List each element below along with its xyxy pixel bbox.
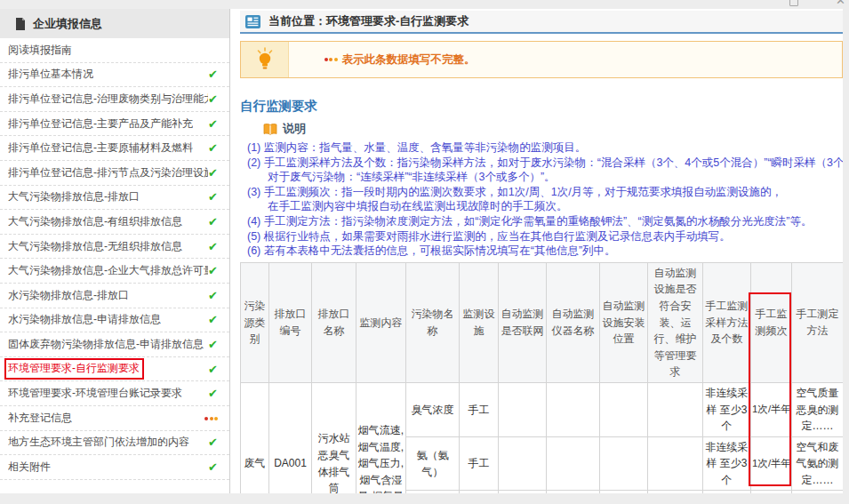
instruction-line: (4) 手工测定方法：指污染物浓度测定方法，如“测定化学需氧量的重铬酸钾法”、“… [240, 214, 843, 229]
instructions-label: 说明 [263, 121, 843, 137]
sidebar-item[interactable]: 排污单位登记信息-主要产品及产能补充✔ [0, 112, 229, 137]
cell-outlet-code: DA001 [269, 382, 312, 493]
cell-location [600, 382, 648, 436]
column-header: 污染源类别 [241, 262, 269, 382]
section-title: 自行监测要求 [240, 98, 843, 115]
cell-sampling: 非连续采样 至少3个 [703, 491, 751, 493]
instruction-line: (2) 手工监测采样方法及个数：指污染物采样方法，如对于废水污染物：“混合采样（… [240, 156, 843, 171]
cell-pollutant: 硫化氢 [406, 491, 460, 493]
sidebar-item-label: 环境管理要求-环境管理台账记录要求 [8, 386, 182, 401]
instruction-line: 在手工监测内容中填报自动在线监测出现故障时的手工频次。 [240, 199, 843, 214]
lightbulb-icon [241, 42, 289, 77]
sidebar-item-label: 排污单位登记信息-排污节点及污染治理设施 [8, 165, 208, 180]
incomplete-dots-icon [323, 52, 338, 65]
check-icon: ✔ [208, 363, 218, 376]
sidebar-item[interactable]: 排污单位登记信息-治理废物类别与治理能力✔ [0, 87, 229, 112]
app-screen: ✕ 企业填报信息 阅读填报指南排污单位基本情况✔排污单位登记信息-治理废物类别与… [0, 0, 849, 504]
column-header: 监测内容 [356, 262, 406, 382]
sidebar-item-label: 补充登记信息 [8, 411, 72, 426]
check-icon: ✔ [208, 436, 218, 449]
cell-sampling: 非连续采样 至少3个 [703, 436, 751, 491]
cell-instrument [547, 382, 600, 436]
sidebar-header: 企业填报信息 [0, 9, 229, 38]
sidebar-items: 阅读填报指南排污单位基本情况✔排污单位登记信息-治理废物类别与治理能力✔排污单位… [0, 38, 229, 480]
sidebar-item[interactable]: 排污单位基本情况✔ [0, 63, 229, 88]
sidebar-item[interactable]: 大气污染物排放信息-排放口✔ [0, 186, 229, 211]
close-icon[interactable]: ✕ [836, 0, 845, 7]
column-header: 污染物名称 [406, 262, 460, 382]
sidebar-item[interactable]: 补充登记信息 [0, 406, 229, 431]
sidebar-item[interactable]: 水污染物排放信息-申请排放信息✔ [0, 308, 229, 333]
document-icon [15, 18, 26, 30]
sidebar-item-label: 相关附件 [8, 460, 51, 475]
sidebar-item-label: 排污单位登记信息-主要产品及产能补充 [8, 116, 193, 132]
column-header: 排放口编号 [269, 262, 312, 382]
breadcrumb: 当前位置：环境管理要求-自行监测要求 [240, 11, 843, 34]
sidebar-item[interactable]: 固体废弃物污染物排放信息-申请排放信息✔ [0, 332, 229, 357]
sidebar-item-label: 地方生态环境主管部门依法增加的内容 [8, 435, 189, 450]
maximize-icon[interactable] [789, 0, 798, 6]
sidebar-item-label: 大气污染物排放信息-排放口 [8, 189, 140, 204]
window-controls: ✕ [773, 0, 849, 9]
sidebar-item[interactable]: 大气污染物排放信息-有组织排放信息✔ [0, 210, 229, 235]
table-row: 废气DA001污水站恶臭气体排气筒烟气流速,烟气温度,烟气压力,烟气含湿量,烟气… [241, 382, 844, 436]
sidebar-title: 企业填报信息 [33, 16, 102, 32]
cell-net [499, 436, 547, 491]
incomplete-notice: 表示此条数据填写不完整。 [240, 41, 843, 78]
check-icon: ✔ [208, 289, 218, 302]
sidebar-item[interactable]: 大气污染物排放信息-企业大气排放总许可量✔ [0, 259, 229, 284]
cell-compliance [648, 491, 703, 493]
monitoring-table-wrap: 污染源类别排放口编号排放口名称监测内容污染物名称监测设施自动监测是否联网自动监测… [240, 262, 843, 493]
cell-compliance [648, 436, 703, 491]
sidebar-item-label: 排污单位登记信息-治理废物类别与治理能力 [8, 92, 208, 107]
sidebar-item[interactable]: 环境管理要求-自行监测要求✔ [0, 357, 229, 382]
cell-source-type: 废气 [241, 382, 269, 493]
sidebar-item[interactable]: 阅读填报指南 [0, 38, 229, 63]
sidebar-item-label: 水污染物排放信息-排放口 [8, 288, 129, 303]
main-panel: 当前位置：环境管理要求-自行监测要求 [240, 9, 843, 493]
check-icon: ✔ [208, 190, 218, 204]
sidebar-item[interactable]: 排污单位登记信息-排污节点及污染治理设施✔ [0, 161, 229, 186]
sidebar-item[interactable]: 地方生态环境主管部门依法增加的内容✔ [0, 431, 229, 456]
breadcrumb-text: 当前位置：环境管理要求-自行监测要求 [268, 13, 469, 29]
column-header: 自动监测仪器名称 [547, 262, 600, 382]
cell-method: 空气质量恶臭的测定…… [792, 382, 844, 436]
news-icon [245, 15, 260, 28]
column-header: 自动监测设施是否符合安装、运行、维护等管理要求 [648, 262, 703, 382]
column-header: 自动监测设施安装位置 [600, 262, 648, 382]
column-header: 手工测定方法 [792, 262, 844, 382]
sidebar-item-label: 排污单位基本情况 [8, 67, 93, 82]
instructions-list: (1) 监测内容：指气量、水量、温度、含氧量等非污染物的监测项目。(2) 手工监… [240, 140, 843, 259]
instruction-line: (5) 根据行业特点，如果需要对雨排水进行监测的，应当在其他自行监测及记录信息表… [240, 229, 843, 244]
cell-pollutant: 臭气浓度 [406, 382, 460, 436]
check-icon: ✔ [208, 338, 218, 351]
content-area: 企业填报信息 阅读填报指南排污单位基本情况✔排污单位登记信息-治理废物类别与治理… [0, 9, 843, 493]
cell-net [499, 382, 547, 436]
sidebar-item[interactable]: 水污染物排放信息-排放口✔ [0, 284, 229, 308]
sidebar-item[interactable]: 环境管理要求-环境管理台账记录要求✔ [0, 381, 229, 406]
cell-net [499, 491, 547, 493]
instruction-line: (1) 监测内容：指气量、水量、温度、含氧量等非污染物的监测项目。 [240, 140, 843, 156]
sidebar-item-label: 排污单位登记信息-主要原辅材料及燃料 [8, 140, 193, 156]
cell-outlet-name: 污水站恶臭气体排气筒 [312, 382, 356, 493]
column-header: 手工监测采样方法及个数 [703, 262, 751, 382]
column-header: 手工监测频次 [751, 262, 792, 382]
book-icon [263, 124, 277, 135]
notice-message: 表示此条数据填写不完整。 [323, 42, 476, 77]
sidebar-item[interactable]: 大气污染物排放信息-无组织排放信息✔ [0, 235, 229, 260]
cell-monitor-content: 烟气流速,烟气温度,烟气压力,烟气含湿量,烟气量 [356, 382, 406, 493]
sidebar-item-label: 固体废弃物污染物排放信息-申请排放信息 [8, 337, 204, 352]
cell-frequency: 1次/半年 [751, 382, 792, 436]
cell-sampling: 非连续采样 至少3个 [703, 382, 751, 436]
check-icon: ✔ [208, 215, 218, 228]
column-header: 排放口名称 [312, 262, 356, 382]
incomplete-dots-icon [204, 412, 219, 424]
sidebar-item[interactable]: 排污单位登记信息-主要原辅材料及燃料✔ [0, 136, 229, 161]
sidebar-item-label: 大气污染物排放信息-企业大气排放总许可量 [8, 263, 208, 278]
cell-frequency: 1次/半年 [751, 436, 792, 491]
sidebar-item[interactable]: 相关附件✔ [0, 455, 229, 480]
check-icon: ✔ [208, 92, 218, 106]
sidebar-item-label: 环境管理要求-自行监测要求 [4, 358, 144, 380]
instruction-line: (3) 手工监测频次：指一段时期内的监测次数要求，如1次/周、1次/月等，对于规… [240, 185, 843, 200]
cell-location [600, 436, 648, 491]
